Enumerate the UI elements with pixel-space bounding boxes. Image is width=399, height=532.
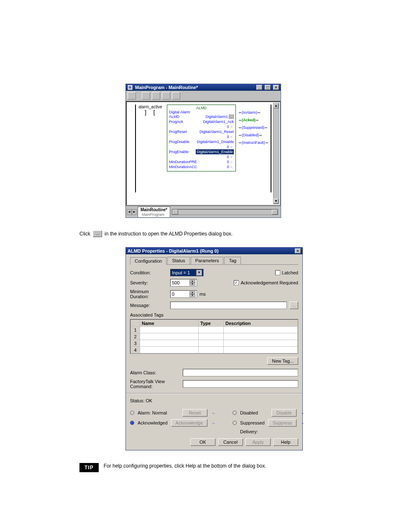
tab-tag[interactable]: Tag bbox=[224, 257, 241, 264]
tabs: Configuration Status Parameters Tag bbox=[130, 257, 298, 265]
message-input[interactable] bbox=[170, 302, 287, 309]
tab-configuration[interactable]: Configuration bbox=[130, 257, 166, 265]
tab-prev-icon[interactable]: ◄ bbox=[127, 209, 132, 215]
reset-button[interactable]: Reset bbox=[182, 409, 207, 417]
acknowledge-button[interactable]: Acknowledge bbox=[171, 419, 207, 427]
vertical-scrollbar[interactable]: ▲ ▼ bbox=[273, 103, 279, 204]
tab-parameters[interactable]: Parameters bbox=[191, 257, 224, 264]
instruction-text: Click … in the instruction to open the A… bbox=[79, 230, 382, 237]
severity-spinner[interactable]: 500 ▲▼ bbox=[170, 279, 197, 286]
mindur-spinner[interactable]: 0 ▲▼ bbox=[170, 290, 197, 298]
help-button[interactable]: Help bbox=[273, 438, 298, 446]
link-arrow-icon: ← bbox=[301, 411, 305, 415]
close-button[interactable]: × bbox=[273, 85, 279, 90]
toolbar-btn-4[interactable] bbox=[162, 92, 170, 100]
alarm-led-icon bbox=[130, 411, 134, 415]
xic-contact[interactable]: alarm_active ] [ bbox=[138, 105, 162, 116]
message-browse-button[interactable]: … bbox=[289, 302, 298, 309]
chevron-down-icon[interactable]: ▼ bbox=[196, 270, 202, 276]
tip-text: For help configuring properties, click H… bbox=[104, 463, 382, 469]
link-arrow-icon: ← bbox=[301, 421, 305, 425]
disable-button[interactable]: Disable bbox=[271, 409, 297, 417]
toolbar-btn-1[interactable] bbox=[128, 92, 136, 100]
almd-instruction[interactable]: ALMD Digital Alarm ALMDDigitalAlarm1... … bbox=[167, 105, 236, 171]
ladder-window: ▤ MainProgram - MainRoutine* _ □ × alarm… bbox=[125, 84, 281, 218]
toolbar-btn-5[interactable] bbox=[172, 92, 180, 100]
ladder-canvas[interactable]: alarm_active ] [ ALMD Digital Alarm ALMD… bbox=[126, 101, 281, 206]
message-label: Message: bbox=[130, 303, 168, 308]
delivery-label: Delivery: bbox=[240, 429, 305, 434]
dialog-titlebar[interactable]: ALMD Properties - DigitalAlarm1 (Rung 0)… bbox=[126, 248, 302, 254]
latched-checkbox[interactable]: Latched bbox=[275, 270, 298, 275]
alarmclass-input[interactable] bbox=[183, 369, 298, 376]
toolbar-btn-2[interactable] bbox=[142, 92, 150, 100]
link-arrow-icon: ← bbox=[212, 411, 216, 415]
tab-next-icon[interactable]: ► bbox=[132, 209, 137, 215]
ftv-label: FactoryTalk View Command: bbox=[130, 379, 180, 389]
ackreq-checkbox[interactable]: ✓Acknowledgement Required bbox=[234, 280, 298, 285]
status-text: Status: OK bbox=[130, 398, 298, 403]
dialog-close-button[interactable]: × bbox=[295, 248, 301, 253]
maximize-button[interactable]: □ bbox=[265, 85, 271, 90]
almd-properties-dialog: ALMD Properties - DigitalAlarm1 (Rung 0)… bbox=[125, 247, 303, 450]
suppress-button[interactable]: Suppress bbox=[268, 419, 297, 427]
almd-browse-button[interactable]: ... bbox=[229, 115, 234, 119]
assoc-tags-label: Associated Tags bbox=[130, 312, 298, 317]
mindur-label: Minimum Duration: bbox=[130, 289, 168, 299]
severity-label: Severity: bbox=[130, 280, 168, 285]
suppressed-led-icon bbox=[233, 421, 237, 425]
output-coils: (InAlarm) (Acked) (Suppressed) (Disabled… bbox=[239, 110, 268, 148]
link-arrow-icon: ← bbox=[212, 421, 216, 425]
condition-combo[interactable]: Input = 1▼ bbox=[170, 269, 204, 276]
routine-tab[interactable]: MainRoutine* MainProgram bbox=[138, 207, 170, 217]
tab-strip: ◄ ► MainRoutine* MainProgram bbox=[126, 206, 281, 217]
ftv-input[interactable] bbox=[183, 380, 298, 388]
apply-button[interactable]: Apply bbox=[246, 438, 271, 446]
toolbar bbox=[126, 91, 281, 101]
ok-button[interactable]: OK bbox=[190, 438, 215, 446]
disabled-led-icon bbox=[233, 411, 237, 415]
window-titlebar[interactable]: ▤ MainProgram - MainRoutine* _ □ × bbox=[126, 84, 281, 91]
browse-icon: … bbox=[93, 230, 102, 237]
condition-label: Condition: bbox=[130, 270, 168, 275]
minimize-button[interactable]: _ bbox=[256, 85, 262, 90]
assoc-tags-grid[interactable]: Name Type Description 1 2 3 4 bbox=[130, 319, 298, 354]
cancel-button[interactable]: Cancel bbox=[218, 438, 243, 446]
toolbar-btn-3[interactable] bbox=[152, 92, 160, 100]
window-title: MainProgram - MainRoutine* bbox=[135, 85, 198, 90]
scroll-up-icon[interactable]: ▲ bbox=[274, 103, 279, 108]
dialog-title: ALMD Properties - DigitalAlarm1 (Rung 0) bbox=[128, 248, 219, 253]
alarmclass-label: Alarm Class: bbox=[130, 370, 180, 375]
horizontal-scrollbar[interactable] bbox=[172, 209, 278, 215]
scroll-down-icon[interactable]: ▼ bbox=[274, 199, 279, 204]
tip-badge: TIP bbox=[79, 463, 99, 472]
app-icon: ▤ bbox=[128, 85, 133, 90]
ack-led-icon bbox=[130, 421, 134, 425]
new-tag-button[interactable]: New Tag... bbox=[267, 357, 298, 365]
tab-status[interactable]: Status bbox=[167, 257, 189, 264]
